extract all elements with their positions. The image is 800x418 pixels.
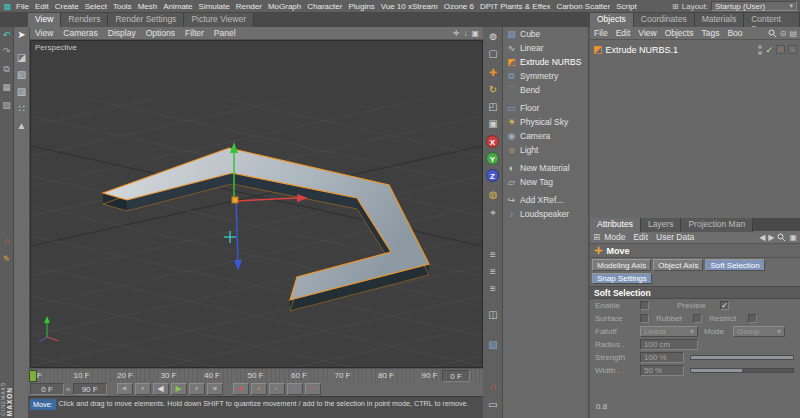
tab-renders[interactable]: Renders bbox=[61, 13, 108, 27]
viewport[interactable]: Perspective bbox=[30, 40, 483, 368]
y-axis-handle[interactable] bbox=[230, 142, 238, 153]
menu-item[interactable]: File bbox=[13, 2, 32, 11]
menu-item[interactable]: Create bbox=[52, 2, 82, 11]
menu-item[interactable]: Render bbox=[233, 2, 265, 11]
palette-item-extrude-nurbs[interactable]: ◩Extrude NURBS bbox=[503, 55, 588, 69]
goto-start-button[interactable]: « bbox=[117, 383, 133, 395]
menu-item[interactable]: DPIT Plants & Effex bbox=[477, 2, 553, 11]
cursor-icon[interactable]: ➤ bbox=[14, 28, 29, 42]
menu-item[interactable]: Vue 10 xStream bbox=[378, 2, 441, 11]
forward-arrow-icon[interactable]: ▶ bbox=[768, 233, 774, 242]
y-axis-lock-button[interactable]: Y bbox=[486, 152, 499, 165]
snap-magnet-icon[interactable]: ∩ bbox=[483, 379, 503, 394]
search-icon[interactable] bbox=[768, 29, 777, 38]
ruler-current-frame[interactable]: 0 F bbox=[442, 370, 470, 382]
viewport-canvas[interactable] bbox=[31, 41, 482, 367]
attribute-menu-item[interactable]: Edit bbox=[629, 232, 652, 242]
menu-item[interactable]: Ozone 6 bbox=[441, 2, 477, 11]
next-frame-button[interactable]: › bbox=[189, 383, 205, 395]
undo-icon[interactable]: ↶ bbox=[0, 29, 13, 42]
palette-item-add-xref[interactable]: ↪Add XRef... bbox=[503, 193, 588, 207]
pen-icon[interactable]: ✎ bbox=[0, 253, 13, 266]
viewport-view-label[interactable]: Perspective bbox=[35, 43, 77, 52]
tag-icon[interactable]: ◦ bbox=[788, 45, 797, 54]
cube-icon[interactable]: ▧ bbox=[483, 337, 503, 352]
palette-item-bend[interactable]: ⌒Bend bbox=[503, 83, 588, 97]
width-slider[interactable] bbox=[690, 368, 794, 373]
tab-content-browser[interactable]: Content Browser bbox=[744, 13, 800, 27]
app-logo-icon[interactable]: ▩ bbox=[2, 2, 13, 11]
visibility-toggles[interactable] bbox=[758, 45, 762, 55]
menu-item[interactable]: Tools bbox=[110, 2, 135, 11]
menu-item[interactable]: Edit bbox=[32, 2, 52, 11]
attribute-menu-item[interactable]: Mode bbox=[600, 232, 629, 242]
display-filter-icon[interactable]: ◫ bbox=[483, 307, 503, 322]
menu-item[interactable]: Character bbox=[304, 2, 345, 11]
render-icon[interactable]: ▨ bbox=[0, 99, 13, 112]
viewport-menu-item[interactable]: View bbox=[30, 28, 58, 38]
tag-icon[interactable]: ∴ bbox=[776, 45, 785, 54]
redo-icon[interactable]: ↷ bbox=[0, 45, 13, 58]
move-tool-icon[interactable]: ✚ bbox=[483, 65, 503, 80]
tab-layers[interactable]: Layers bbox=[641, 218, 682, 232]
measure-icon[interactable]: ▭ bbox=[483, 397, 503, 412]
tab-projection-man[interactable]: Projection Man bbox=[681, 218, 753, 232]
goto-end-button[interactable]: » bbox=[207, 383, 223, 395]
scale-tool-icon[interactable]: ◰ bbox=[483, 99, 503, 114]
rubber-checkbox[interactable] bbox=[693, 314, 702, 323]
x-axis-lock-button[interactable]: X bbox=[486, 135, 499, 148]
filter-icon[interactable]: ▤ bbox=[789, 29, 797, 38]
timeline-scrubber[interactable] bbox=[29, 370, 37, 382]
object-axis-tab[interactable]: Object Axis bbox=[653, 259, 703, 271]
play-button[interactable]: ▶ bbox=[171, 383, 187, 395]
snap-settings-button[interactable]: Snap Settings bbox=[592, 273, 652, 284]
coordinate-system-button[interactable]: ◍ bbox=[483, 187, 503, 202]
object-row-extrude-nurbs[interactable]: ◩ Extrude NURBS.1 ✓ ∴ ◦ bbox=[590, 42, 800, 57]
tab-render-settings[interactable]: Render Settings bbox=[108, 13, 184, 27]
scene-icon[interactable]: ▦ bbox=[0, 81, 13, 94]
enabled-check-icon[interactable]: ✓ bbox=[765, 45, 773, 55]
back-arrow-icon[interactable]: ◀ bbox=[759, 233, 765, 242]
object-manager-menu-item[interactable]: File bbox=[590, 28, 612, 38]
menu-item[interactable]: Carbon Scatter bbox=[553, 2, 613, 11]
strength-input[interactable]: 100 % bbox=[640, 352, 684, 363]
soft-selection-tab[interactable]: Soft Selection bbox=[705, 259, 764, 271]
menu-item[interactable]: Mesh bbox=[135, 2, 161, 11]
tab-attributes[interactable]: Attributes bbox=[590, 218, 641, 232]
tab-picture-viewer[interactable]: Picture Viewer bbox=[184, 13, 254, 27]
enable-checkbox[interactable] bbox=[640, 301, 649, 310]
tab-objects[interactable]: Objects bbox=[590, 13, 634, 27]
menu-item[interactable]: Script bbox=[613, 2, 639, 11]
object-name[interactable]: Extrude NURBS.1 bbox=[605, 45, 678, 55]
menu-item[interactable]: MoGraph bbox=[265, 2, 304, 11]
target-icon[interactable]: ⌖ bbox=[483, 205, 503, 220]
record-position-button[interactable]: ▪ bbox=[251, 383, 267, 395]
end-frame-input[interactable]: 90 F bbox=[73, 383, 107, 395]
menu-item[interactable]: Select bbox=[82, 2, 110, 11]
palette-item-loudspeaker[interactable]: ♪Loudspeaker bbox=[503, 207, 588, 221]
timeline-ruler[interactable]: 0 F10 F20 F30 F40 F50 F60 F70 F80 F90 F … bbox=[28, 368, 483, 382]
target-icon[interactable]: ⊙ bbox=[780, 29, 787, 38]
prev-frame-button[interactable]: ◀ bbox=[153, 383, 169, 395]
palette-item-physical-sky[interactable]: ☀Physical Sky bbox=[503, 115, 588, 129]
layout-icon[interactable]: ⊞ bbox=[672, 2, 679, 11]
frame-spinner[interactable]: ‹› bbox=[66, 386, 71, 393]
object-manager-menu-item[interactable]: Edit bbox=[612, 28, 635, 38]
current-frame-input[interactable]: 0 F bbox=[30, 383, 64, 395]
mode-select[interactable]: Group▾ bbox=[733, 326, 785, 337]
keyframe-list-icon[interactable]: ≡ bbox=[483, 247, 503, 262]
radius-input[interactable]: 100 cm bbox=[640, 339, 698, 350]
preview-checkbox[interactable]: ✓ bbox=[720, 301, 729, 310]
tab-view[interactable]: View bbox=[28, 13, 61, 27]
grid-icon[interactable]: ⊞ bbox=[590, 232, 600, 242]
keyframe-selection-button[interactable]: ∩ bbox=[305, 383, 321, 395]
move-view-icon[interactable]: ✛ bbox=[453, 29, 460, 38]
modeling-axis-tab[interactable]: Modeling Axis bbox=[592, 259, 651, 271]
model-mode-icon[interactable]: ▧ bbox=[14, 68, 29, 82]
menu-item[interactable]: Plugins bbox=[345, 2, 377, 11]
z-axis-handle[interactable] bbox=[234, 260, 242, 271]
texture-mode-icon[interactable]: ▨ bbox=[14, 85, 29, 99]
palette-item-floor[interactable]: ▭Floor bbox=[503, 101, 588, 115]
record-scale-button[interactable]: ▪ bbox=[269, 383, 285, 395]
menu-item[interactable]: Animate bbox=[160, 2, 195, 11]
